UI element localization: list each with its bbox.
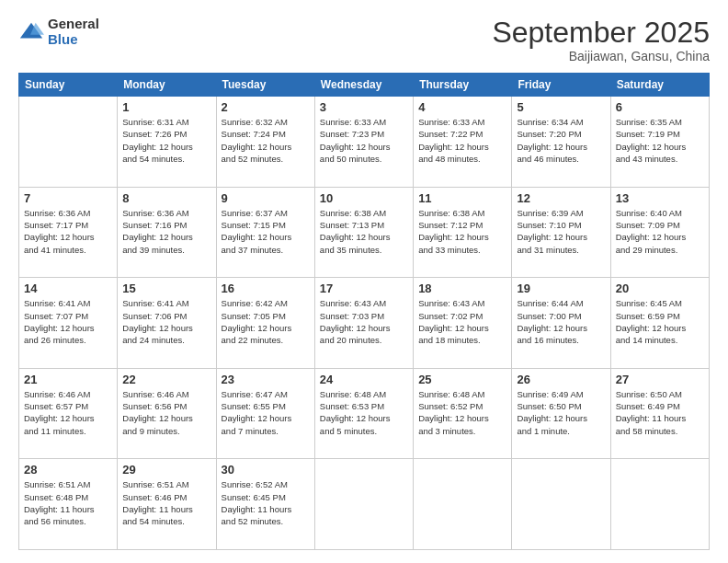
day-info: Sunrise: 6:49 AM Sunset: 6:50 PM Dayligh… [517, 388, 605, 437]
weekday-header-sunday: Sunday [19, 74, 118, 97]
day-info: Sunrise: 6:41 AM Sunset: 7:07 PM Dayligh… [24, 297, 112, 346]
day-number: 12 [517, 191, 605, 205]
day-info: Sunrise: 6:51 AM Sunset: 6:48 PM Dayligh… [24, 478, 112, 527]
calendar-cell [19, 97, 118, 188]
day-info: Sunrise: 6:43 AM Sunset: 7:02 PM Dayligh… [418, 297, 506, 346]
day-info: Sunrise: 6:38 AM Sunset: 7:12 PM Dayligh… [418, 207, 506, 256]
day-info: Sunrise: 6:31 AM Sunset: 7:26 PM Dayligh… [122, 116, 210, 165]
calendar-cell: 1Sunrise: 6:31 AM Sunset: 7:26 PM Daylig… [118, 97, 216, 188]
day-info: Sunrise: 6:35 AM Sunset: 7:19 PM Dayligh… [616, 116, 704, 165]
day-info: Sunrise: 6:38 AM Sunset: 7:13 PM Dayligh… [320, 207, 408, 256]
day-info: Sunrise: 6:50 AM Sunset: 6:49 PM Dayligh… [616, 388, 704, 437]
calendar-cell [414, 459, 512, 550]
calendar-cell: 11Sunrise: 6:38 AM Sunset: 7:12 PM Dayli… [414, 187, 512, 278]
calendar-cell: 21Sunrise: 6:46 AM Sunset: 6:57 PM Dayli… [19, 368, 118, 459]
calendar-cell [314, 459, 413, 550]
calendar-cell: 16Sunrise: 6:42 AM Sunset: 7:05 PM Dayli… [216, 278, 314, 369]
day-info: Sunrise: 6:46 AM Sunset: 6:56 PM Dayligh… [122, 388, 210, 437]
calendar-cell: 7Sunrise: 6:36 AM Sunset: 7:17 PM Daylig… [19, 187, 118, 278]
day-number: 16 [222, 282, 310, 295]
day-number: 10 [320, 191, 408, 205]
day-number: 18 [418, 282, 506, 295]
day-info: Sunrise: 6:39 AM Sunset: 7:10 PM Dayligh… [517, 207, 605, 256]
calendar-cell: 12Sunrise: 6:39 AM Sunset: 7:10 PM Dayli… [512, 187, 610, 278]
day-number: 30 [222, 463, 310, 477]
day-number: 22 [122, 373, 210, 386]
day-info: Sunrise: 6:33 AM Sunset: 7:22 PM Dayligh… [418, 116, 506, 165]
calendar-week-2: 14Sunrise: 6:41 AM Sunset: 7:07 PM Dayli… [19, 278, 710, 369]
day-info: Sunrise: 6:45 AM Sunset: 6:59 PM Dayligh… [616, 297, 704, 346]
day-info: Sunrise: 6:42 AM Sunset: 7:05 PM Dayligh… [222, 297, 310, 346]
day-info: Sunrise: 6:48 AM Sunset: 6:52 PM Dayligh… [418, 388, 506, 437]
day-number: 19 [517, 282, 605, 295]
calendar-cell: 10Sunrise: 6:38 AM Sunset: 7:13 PM Dayli… [314, 187, 413, 278]
day-info: Sunrise: 6:32 AM Sunset: 7:24 PM Dayligh… [222, 116, 310, 165]
day-number: 28 [24, 463, 112, 477]
calendar-cell: 26Sunrise: 6:49 AM Sunset: 6:50 PM Dayli… [512, 368, 610, 459]
day-number: 14 [24, 282, 112, 295]
day-number: 24 [320, 373, 408, 386]
weekday-header-monday: Monday [118, 74, 216, 97]
day-info: Sunrise: 6:34 AM Sunset: 7:20 PM Dayligh… [517, 116, 605, 165]
calendar-week-0: 1Sunrise: 6:31 AM Sunset: 7:26 PM Daylig… [19, 97, 710, 188]
calendar-cell: 15Sunrise: 6:41 AM Sunset: 7:06 PM Dayli… [118, 278, 216, 369]
weekday-header-friday: Friday [512, 74, 610, 97]
calendar-cell: 2Sunrise: 6:32 AM Sunset: 7:24 PM Daylig… [216, 97, 314, 188]
calendar-cell: 18Sunrise: 6:43 AM Sunset: 7:02 PM Dayli… [414, 278, 512, 369]
day-number: 29 [122, 463, 210, 477]
calendar-cell: 27Sunrise: 6:50 AM Sunset: 6:49 PM Dayli… [610, 368, 709, 459]
calendar-cell: 4Sunrise: 6:33 AM Sunset: 7:22 PM Daylig… [414, 97, 512, 188]
day-number: 9 [222, 191, 310, 205]
title-block: September 2025 Baijiawan, Gansu, China [492, 17, 710, 63]
day-number: 11 [418, 191, 506, 205]
calendar-cell: 13Sunrise: 6:40 AM Sunset: 7:09 PM Dayli… [610, 187, 709, 278]
calendar-cell [512, 459, 610, 550]
weekday-header-tuesday: Tuesday [216, 74, 314, 97]
day-number: 7 [24, 191, 112, 205]
logo-text: General Blue [48, 17, 99, 47]
day-number: 8 [122, 191, 210, 205]
calendar-cell: 25Sunrise: 6:48 AM Sunset: 6:52 PM Dayli… [414, 368, 512, 459]
page: General Blue September 2025 Baijiawan, G… [0, 0, 728, 563]
day-number: 21 [24, 373, 112, 386]
calendar-cell: 17Sunrise: 6:43 AM Sunset: 7:03 PM Dayli… [314, 278, 413, 369]
day-number: 4 [418, 100, 506, 114]
calendar-cell: 3Sunrise: 6:33 AM Sunset: 7:23 PM Daylig… [314, 97, 413, 188]
logo: General Blue [18, 17, 99, 47]
calendar-cell: 28Sunrise: 6:51 AM Sunset: 6:48 PM Dayli… [19, 459, 118, 550]
day-info: Sunrise: 6:41 AM Sunset: 7:06 PM Dayligh… [122, 297, 210, 346]
calendar-cell: 5Sunrise: 6:34 AM Sunset: 7:20 PM Daylig… [512, 97, 610, 188]
day-number: 6 [616, 100, 704, 114]
day-number: 3 [320, 100, 408, 114]
header: General Blue September 2025 Baijiawan, G… [18, 17, 710, 63]
calendar-cell: 20Sunrise: 6:45 AM Sunset: 6:59 PM Dayli… [610, 278, 709, 369]
day-info: Sunrise: 6:36 AM Sunset: 7:17 PM Dayligh… [24, 207, 112, 256]
day-number: 27 [616, 373, 704, 386]
weekday-header-saturday: Saturday [610, 74, 709, 97]
calendar-week-3: 21Sunrise: 6:46 AM Sunset: 6:57 PM Dayli… [19, 368, 710, 459]
day-info: Sunrise: 6:40 AM Sunset: 7:09 PM Dayligh… [616, 207, 704, 256]
day-number: 17 [320, 282, 408, 295]
calendar-cell: 19Sunrise: 6:44 AM Sunset: 7:00 PM Dayli… [512, 278, 610, 369]
month-title: September 2025 [492, 17, 710, 49]
day-info: Sunrise: 6:48 AM Sunset: 6:53 PM Dayligh… [320, 388, 408, 437]
day-info: Sunrise: 6:37 AM Sunset: 7:15 PM Dayligh… [222, 207, 310, 256]
day-number: 20 [616, 282, 704, 295]
day-number: 5 [517, 100, 605, 114]
calendar-cell: 30Sunrise: 6:52 AM Sunset: 6:45 PM Dayli… [216, 459, 314, 550]
calendar-cell: 8Sunrise: 6:36 AM Sunset: 7:16 PM Daylig… [118, 187, 216, 278]
day-info: Sunrise: 6:52 AM Sunset: 6:45 PM Dayligh… [222, 478, 310, 527]
location: Baijiawan, Gansu, China [492, 49, 710, 63]
calendar-cell: 23Sunrise: 6:47 AM Sunset: 6:55 PM Dayli… [216, 368, 314, 459]
day-number: 13 [616, 191, 704, 205]
day-info: Sunrise: 6:51 AM Sunset: 6:46 PM Dayligh… [122, 478, 210, 527]
day-number: 23 [222, 373, 310, 386]
calendar-week-4: 28Sunrise: 6:51 AM Sunset: 6:48 PM Dayli… [19, 459, 710, 550]
day-info: Sunrise: 6:33 AM Sunset: 7:23 PM Dayligh… [320, 116, 408, 165]
logo-general: General [48, 17, 99, 32]
calendar-cell: 22Sunrise: 6:46 AM Sunset: 6:56 PM Dayli… [118, 368, 216, 459]
weekday-header-wednesday: Wednesday [314, 74, 413, 97]
day-info: Sunrise: 6:43 AM Sunset: 7:03 PM Dayligh… [320, 297, 408, 346]
day-info: Sunrise: 6:36 AM Sunset: 7:16 PM Dayligh… [122, 207, 210, 256]
day-info: Sunrise: 6:47 AM Sunset: 6:55 PM Dayligh… [222, 388, 310, 437]
